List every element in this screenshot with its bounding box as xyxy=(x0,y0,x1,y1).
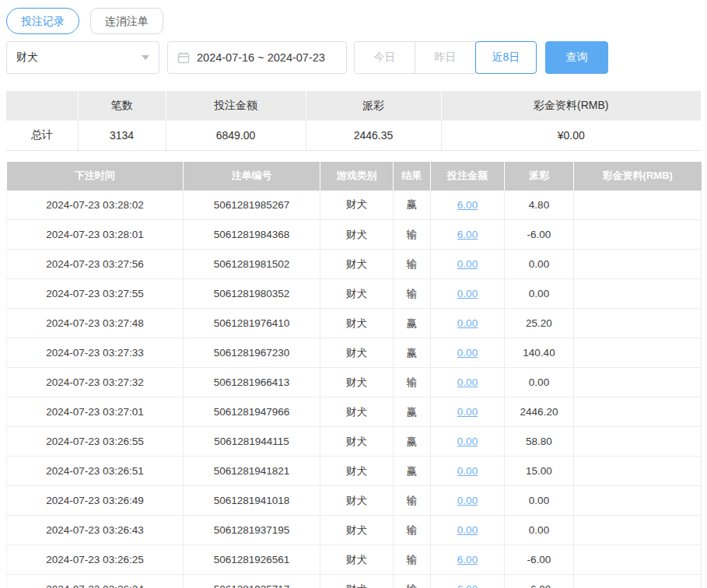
bonus xyxy=(574,457,702,486)
table-row: 2024-07-23 03:26:55 5061281944115 财犬 赢 0… xyxy=(7,427,702,457)
bet-amount-link[interactable]: 0.00 xyxy=(457,495,478,506)
bet-time: 2024-07-23 03:27:56 xyxy=(7,250,184,279)
bet-amount-link[interactable]: 0.00 xyxy=(457,288,478,299)
summary-total-count: 3134 xyxy=(78,121,166,150)
bet-amount-cell: 6.00 xyxy=(431,545,505,575)
payout: 0.00 xyxy=(505,250,574,279)
game-type: 财犬 xyxy=(320,545,394,575)
bet-amount-cell: 0.00 xyxy=(431,397,505,427)
result: 赢 xyxy=(394,309,431,338)
payout: -6.00 xyxy=(505,220,574,250)
tab-cancelled-orders[interactable]: 连消注单 xyxy=(90,8,163,34)
table-row: 2024-07-23 03:28:02 5061281985267 财犬 赢 6… xyxy=(7,191,702,220)
summary-table: 笔数 投注金额 派彩 彩金资料(RMB) 总计 3134 6849.00 244… xyxy=(6,91,701,151)
table-row: 2024-07-23 03:26:24 5061281925717 财犬 输 6… xyxy=(7,575,702,588)
order-id: 5061281976410 xyxy=(184,309,320,338)
table-row: 2024-07-23 03:26:43 5061281937195 财犬 输 0… xyxy=(7,516,702,545)
order-id: 5061281941018 xyxy=(184,486,320,516)
today-button[interactable]: 今日 xyxy=(354,41,415,74)
game-select[interactable]: 财犬 xyxy=(6,41,159,74)
bet-amount-link[interactable]: 0.00 xyxy=(457,376,478,388)
order-id: 5061281980352 xyxy=(184,279,320,309)
records-header-bonus: 彩金资料(RMB) xyxy=(574,162,702,191)
bet-amount-link[interactable]: 0.00 xyxy=(457,347,478,359)
payout: -6.00 xyxy=(505,545,574,575)
bet-amount-link[interactable]: 6.00 xyxy=(457,229,478,240)
bet-amount-link[interactable]: 0.00 xyxy=(457,465,478,477)
bet-time: 2024-07-23 03:27:33 xyxy=(7,338,184,368)
bet-amount-cell: 0.00 xyxy=(431,516,505,545)
order-id: 5061281937195 xyxy=(184,516,320,545)
game-type: 财犬 xyxy=(320,250,394,279)
payout: 25.20 xyxy=(505,309,574,338)
bonus xyxy=(574,250,702,279)
bonus xyxy=(574,368,702,397)
bet-time: 2024-07-23 03:26:55 xyxy=(7,427,184,457)
bonus xyxy=(574,575,702,588)
last-8-days-button[interactable]: 近8日 xyxy=(475,41,537,74)
payout: 15.00 xyxy=(505,457,574,486)
records-header-payout: 派彩 xyxy=(505,162,574,191)
game-type: 财犬 xyxy=(320,368,394,397)
game-select-value: 财犬 xyxy=(16,51,38,65)
table-row: 2024-07-23 03:27:01 5061281947966 财犬 赢 0… xyxy=(7,397,702,427)
order-id: 5061281985267 xyxy=(184,191,320,220)
result: 输 xyxy=(394,545,431,575)
bet-amount-link[interactable]: 0.00 xyxy=(457,406,478,418)
bonus xyxy=(574,486,702,516)
game-type: 财犬 xyxy=(320,427,394,457)
game-type: 财犬 xyxy=(320,309,394,338)
summary-header-count: 笔数 xyxy=(78,91,166,121)
bet-amount-cell: 6.00 xyxy=(431,575,505,588)
result: 输 xyxy=(394,486,431,516)
game-type: 财犬 xyxy=(320,397,394,427)
records-table: 下注时间 注单编号 游戏类别 结果 投注金额 派彩 彩金资料(RMB) 2024… xyxy=(6,162,702,588)
payout: 140.40 xyxy=(505,338,574,368)
bet-amount-link[interactable]: 0.00 xyxy=(457,524,478,536)
order-id: 5061281984368 xyxy=(184,220,320,250)
bet-amount-cell: 0.00 xyxy=(431,457,505,486)
game-type: 财犬 xyxy=(320,279,394,309)
summary-header-empty xyxy=(6,91,78,121)
table-row: 2024-07-23 03:26:51 5061281941821 财犬 赢 0… xyxy=(7,457,702,486)
summary-header-payout: 派彩 xyxy=(306,91,441,121)
yesterday-button[interactable]: 昨日 xyxy=(415,41,476,74)
records-header-time: 下注时间 xyxy=(7,162,184,191)
table-row: 2024-07-23 03:27:56 5061281981502 财犬 输 0… xyxy=(7,250,702,279)
payout: 2446.20 xyxy=(505,397,574,427)
payout: 4.80 xyxy=(505,191,574,220)
summary-total-row: 总计 3134 6849.00 2446.35 ¥0.00 xyxy=(6,121,701,150)
bet-amount-link[interactable]: 6.00 xyxy=(457,199,478,211)
date-range-input[interactable]: 2024-07-16 ~ 2024-07-23 xyxy=(167,41,347,74)
result: 赢 xyxy=(394,457,431,486)
payout: 0.00 xyxy=(505,486,574,516)
bonus xyxy=(574,279,702,309)
bet-amount-link[interactable]: 0.00 xyxy=(457,436,478,447)
bonus xyxy=(574,427,702,457)
game-type: 财犬 xyxy=(320,338,394,368)
bet-amount-link[interactable]: 0.00 xyxy=(457,258,478,270)
table-row: 2024-07-23 03:27:32 5061281966413 财犬 输 0… xyxy=(7,368,702,397)
bet-amount-link[interactable]: 6.00 xyxy=(457,554,478,565)
order-id: 5061281926561 xyxy=(184,545,320,575)
order-id: 5061281947966 xyxy=(184,397,320,427)
query-button[interactable]: 查询 xyxy=(545,41,608,74)
bet-time: 2024-07-23 03:26:49 xyxy=(7,486,184,516)
bet-amount-cell: 6.00 xyxy=(431,220,505,250)
bet-amount-link[interactable]: 0.00 xyxy=(457,317,478,329)
bet-amount-cell: 0.00 xyxy=(431,338,505,368)
summary-total-label: 总计 xyxy=(6,121,78,150)
calendar-icon xyxy=(177,51,190,64)
bet-time: 2024-07-23 03:26:51 xyxy=(7,457,184,486)
result: 赢 xyxy=(394,397,431,427)
bet-amount-link[interactable]: 6.00 xyxy=(457,583,478,588)
bet-time: 2024-07-23 03:26:24 xyxy=(7,575,184,588)
summary-total-bet-amount: 6849.00 xyxy=(166,121,306,150)
bet-time: 2024-07-23 03:27:55 xyxy=(7,279,184,309)
records-header-result: 结果 xyxy=(394,162,431,191)
tab-betting-records[interactable]: 投注记录 xyxy=(6,8,79,34)
result: 输 xyxy=(394,575,431,588)
records-header-order-id: 注单编号 xyxy=(184,162,320,191)
result: 输 xyxy=(394,250,431,279)
chevron-down-icon xyxy=(142,55,149,60)
